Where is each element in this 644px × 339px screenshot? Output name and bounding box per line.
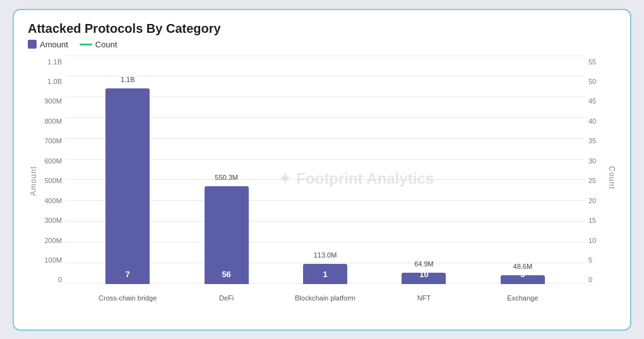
chart-inner: ✦ Footprint Analytics 1.1B7550.3M56113.0… <box>66 56 585 302</box>
bar-group-1: 550.3M56 <box>177 186 275 284</box>
bar-group-4: 48.6M3 <box>474 275 572 284</box>
bar-value-3: 64.9M <box>414 260 434 268</box>
y-axis-right: Count 55 50 45 40 35 30 25 20 15 10 5 0 <box>585 56 616 302</box>
bar-1: 550.3M56 <box>205 186 249 284</box>
bar-count-label-0: 7 <box>126 270 130 279</box>
amount-legend-box <box>28 40 37 49</box>
x-label-2: Blockchain platform <box>276 294 374 302</box>
y-left-label: Amount <box>29 166 38 196</box>
chart-area: Amount 1.1B 1.0B 900M 800M 700M 600M 500… <box>28 56 616 302</box>
x-label-1: DeFi <box>177 294 275 302</box>
count-label-3: 10 <box>420 232 427 239</box>
x-label-0: Cross-chain bridge <box>78 294 177 302</box>
x-axis: Cross-chain bridgeDeFiBlockchain platfor… <box>66 284 585 302</box>
legend: Amount Count <box>28 40 616 49</box>
legend-count: Count <box>80 40 117 49</box>
count-label-2: 1 <box>323 268 327 276</box>
bar-count-label-3: 10 <box>419 270 428 279</box>
y-right-label: Count <box>607 166 616 189</box>
bar-count-label-1: 56 <box>222 270 230 279</box>
chart-card: Attacked Protocols By Category Amount Co… <box>13 9 631 331</box>
legend-amount: Amount <box>28 40 68 49</box>
count-label-4: 3 <box>521 260 525 268</box>
bar-3: 64.9M10 <box>402 273 446 284</box>
bar-4: 48.6M3 <box>501 275 545 284</box>
bar-value-1: 550.3M <box>215 174 238 181</box>
count-dot-0 <box>125 253 131 258</box>
count-legend-line <box>80 44 92 45</box>
count-label-1: 56 <box>222 44 230 52</box>
bars-container: 1.1B7550.3M56113.0M164.9M1048.6M3 <box>66 56 585 284</box>
count-dot-2 <box>323 277 328 283</box>
x-label-4: Exchange <box>474 294 572 302</box>
bar-value-2: 113.0M <box>314 251 337 259</box>
amount-legend-label: Amount <box>40 40 68 49</box>
y-axis-left: Amount 1.1B 1.0B 900M 800M 700M 600M 500… <box>28 56 66 302</box>
x-label-3: NFT <box>374 294 473 302</box>
bar-value-0: 1.1B <box>121 76 135 83</box>
count-label-0: 7 <box>126 244 129 251</box>
bar-group-3: 64.9M10 <box>374 273 473 284</box>
count-legend-label: Count <box>95 40 117 49</box>
chart-title: Attacked Protocols By Category <box>28 21 616 36</box>
count-dot-4 <box>520 269 525 275</box>
